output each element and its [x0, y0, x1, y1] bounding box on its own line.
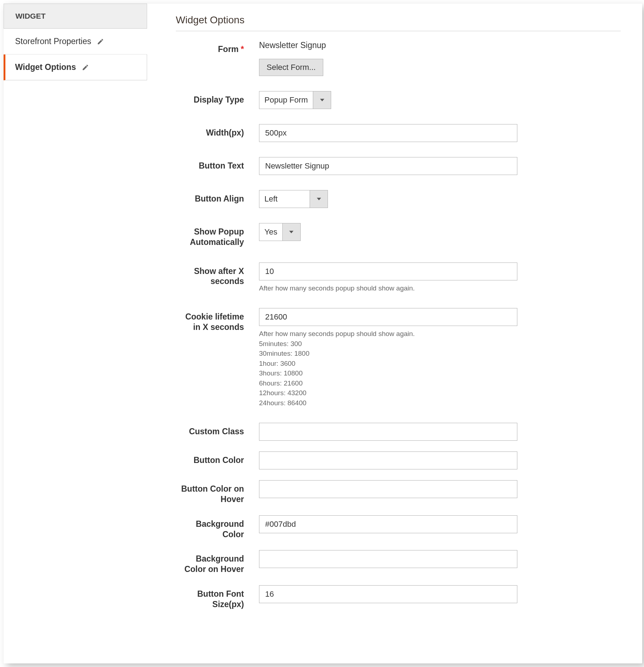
label-form: Form* — [176, 41, 248, 55]
select-form-button[interactable]: Select Form... — [259, 59, 323, 76]
window: WIDGET Storefront Properties Widget Opti… — [4, 4, 642, 663]
field-cookie-lifetime: Cookie lifetime in X seconds After how m… — [176, 308, 621, 408]
pencil-icon — [82, 64, 89, 71]
field-button-font-size: Button Font Size(px) — [176, 585, 621, 610]
field-button-align: Button Align Left — [176, 190, 621, 208]
label-button-font-size: Button Font Size(px) — [176, 585, 248, 610]
tab-label: Storefront Properties — [15, 37, 91, 46]
show-after-input[interactable] — [259, 262, 517, 280]
label-width: Width(px) — [176, 124, 248, 138]
display-type-select[interactable]: Popup Form — [259, 91, 331, 109]
field-bg-color-hover: Background Color on Hover — [176, 550, 621, 574]
pencil-icon — [97, 38, 104, 45]
label-bg-color: Background Color — [176, 515, 248, 540]
cookie-lifetime-input[interactable] — [259, 308, 517, 326]
field-button-text: Button Text — [176, 157, 621, 175]
form-value: Newsletter Signup — [259, 41, 621, 50]
bg-color-hover-input[interactable] — [259, 550, 517, 568]
chevron-down-icon — [310, 190, 328, 208]
button-text-input[interactable] — [259, 157, 517, 175]
field-bg-color: Background Color — [176, 515, 621, 540]
main-content: Widget Options Form* Newsletter Signup S… — [147, 4, 642, 663]
button-color-hover-input[interactable] — [259, 480, 517, 498]
custom-class-input[interactable] — [259, 423, 517, 441]
label-button-color-hover: Button Color on Hover — [176, 480, 248, 505]
button-align-select[interactable]: Left — [259, 190, 328, 208]
button-font-size-input[interactable] — [259, 585, 517, 603]
field-custom-class: Custom Class — [176, 423, 621, 441]
field-button-color-hover: Button Color on Hover — [176, 480, 621, 505]
field-form: Form* Newsletter Signup Select Form... — [176, 41, 621, 76]
cookie-lifetime-help: After how many seconds popup should show… — [259, 329, 621, 408]
show-after-help: After how many seconds popup should show… — [259, 283, 621, 293]
label-show-popup: Show Popup Automatically — [176, 223, 248, 247]
field-show-popup: Show Popup Automatically Yes — [176, 223, 621, 247]
field-button-color: Button Color — [176, 451, 621, 469]
chevron-down-icon — [313, 91, 331, 109]
label-display-type: Display Type — [176, 91, 248, 105]
label-custom-class: Custom Class — [176, 423, 248, 437]
sidebar: WIDGET Storefront Properties Widget Opti… — [4, 4, 147, 663]
tab-widget-options[interactable]: Widget Options — [4, 55, 147, 80]
field-width: Width(px) — [176, 124, 621, 142]
label-button-text: Button Text — [176, 157, 248, 171]
label-cookie-lifetime: Cookie lifetime in X seconds — [176, 308, 248, 332]
bg-color-input[interactable] — [259, 515, 517, 533]
label-bg-color-hover: Background Color on Hover — [176, 550, 248, 574]
tab-storefront-properties[interactable]: Storefront Properties — [4, 29, 147, 55]
section-title: Widget Options — [176, 14, 621, 31]
field-display-type: Display Type Popup Form — [176, 91, 621, 109]
chevron-down-icon — [282, 223, 300, 241]
sidebar-header: WIDGET — [4, 4, 147, 29]
button-color-input[interactable] — [259, 451, 517, 469]
label-show-after: Show after X seconds — [176, 262, 248, 287]
width-input[interactable] — [259, 124, 517, 142]
label-button-color: Button Color — [176, 451, 248, 465]
label-button-align: Button Align — [176, 190, 248, 204]
field-show-after: Show after X seconds After how many seco… — [176, 262, 621, 293]
show-popup-select[interactable]: Yes — [259, 223, 301, 241]
tab-label: Widget Options — [15, 62, 76, 72]
